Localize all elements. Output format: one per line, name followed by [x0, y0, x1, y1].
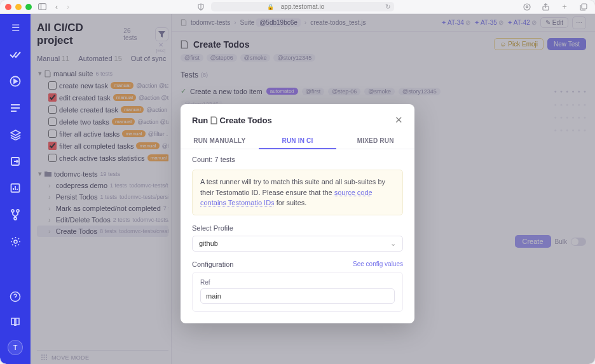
minimize-dot[interactable]: [15, 4, 22, 10]
close-dot[interactable]: [5, 4, 11, 10]
help-icon[interactable]: [8, 289, 23, 304]
test-count: Count: 7 tests: [192, 156, 403, 163]
ref-label: Ref: [200, 279, 395, 286]
close-icon[interactable]: ✕: [395, 114, 403, 126]
new-tab-icon[interactable]: ＋: [558, 1, 571, 12]
avatar[interactable]: T: [8, 340, 23, 355]
svg-point-8: [11, 210, 14, 212]
lock-icon: 🔒: [267, 4, 274, 10]
sidebar-toggle-icon[interactable]: [36, 3, 49, 10]
config-box: Ref: [192, 272, 403, 312]
modal-title-pre: Run: [192, 116, 208, 125]
branch-icon[interactable]: [8, 207, 23, 222]
download-icon[interactable]: [521, 1, 533, 12]
nav-back-icon[interactable]: ‹: [53, 3, 60, 11]
reload-icon[interactable]: ↻: [385, 3, 390, 10]
svg-rect-0: [39, 4, 46, 10]
profile-label: Select Profile: [192, 224, 403, 232]
checks-icon[interactable]: [8, 47, 23, 62]
list-icon[interactable]: [8, 100, 23, 116]
tab-run-in-ci[interactable]: RUN IN CI: [259, 133, 337, 149]
tabs-icon[interactable]: [577, 1, 590, 12]
modal-title: Create Todos: [220, 116, 272, 125]
run-modal: Run Create Todos ✕ RUN MANUALLY RUN IN C…: [181, 104, 414, 323]
settings-icon[interactable]: [8, 234, 23, 249]
zoom-dot[interactable]: [25, 4, 32, 10]
play-icon[interactable]: [8, 74, 23, 89]
menu-icon[interactable]: ☰: [8, 20, 23, 36]
svg-point-10: [14, 217, 17, 220]
see-config-link[interactable]: See config values: [353, 260, 403, 268]
config-label: Configuration: [192, 260, 233, 268]
chevron-down-icon: ⌄: [390, 239, 396, 248]
shield-icon[interactable]: [195, 3, 207, 11]
analytics-icon[interactable]: [8, 180, 23, 196]
svg-point-11: [14, 240, 17, 243]
share-icon[interactable]: [540, 1, 552, 12]
nav-forward-icon: ›: [64, 3, 72, 11]
browser-titlebar: ‹ › 🔒 app.testomat.io ↻ ＋: [0, 0, 595, 14]
url-bar[interactable]: 🔒 app.testomat.io ↻: [211, 2, 395, 11]
url-text: app.testomat.io: [281, 3, 324, 10]
docs-icon[interactable]: [8, 314, 23, 330]
import-icon[interactable]: [8, 154, 23, 169]
layers-icon[interactable]: [8, 127, 23, 142]
window-controls: [5, 4, 32, 10]
svg-rect-4: [582, 4, 587, 9]
svg-point-9: [17, 210, 19, 212]
tab-mixed-run[interactable]: MIXED RUN: [336, 133, 414, 149]
nav-rail: ☰ T: [0, 14, 31, 364]
ref-input[interactable]: [200, 288, 395, 304]
modal-tabs: RUN MANUALLY RUN IN CI MIXED RUN: [181, 133, 414, 149]
titlebar-right: ＋: [517, 1, 590, 12]
tab-run-manually[interactable]: RUN MANUALLY: [181, 133, 259, 149]
profile-select[interactable]: github⌄: [192, 236, 403, 252]
info-box: A test runner will try to match this sui…: [192, 170, 403, 215]
